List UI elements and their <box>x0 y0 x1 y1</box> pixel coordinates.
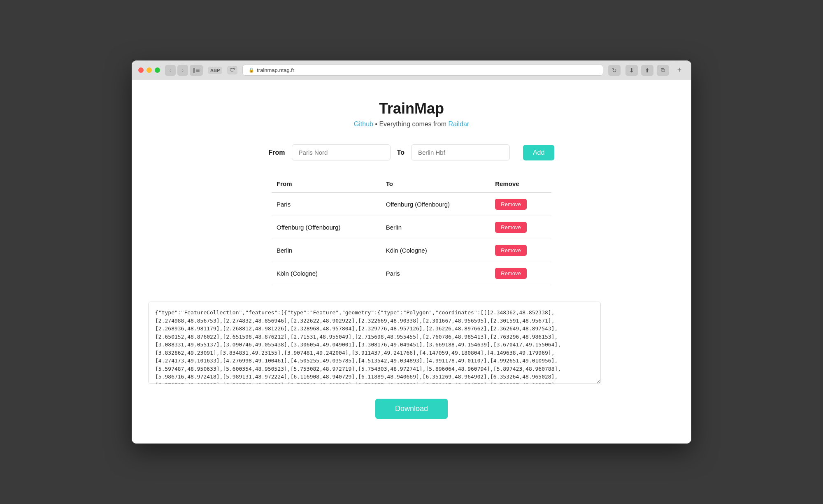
col-to: To <box>381 177 491 193</box>
col-from: From <box>272 177 381 193</box>
from-cell: Offenburg (Offenbourg) <box>272 216 381 239</box>
add-button[interactable]: Add <box>523 145 554 160</box>
back-button[interactable]: ‹ <box>165 65 176 76</box>
download-section: Download <box>148 399 675 419</box>
remove-cell: Remove <box>490 262 551 285</box>
from-cell: Köln (Cologne) <box>272 262 381 285</box>
add-tab-button[interactable]: + <box>674 65 685 76</box>
browser-titlebar: ‹ › ABP 🛡 🔒 trainmap.ntag.fr ↻ ⬇ ⬆ ⧉ + <box>132 60 691 80</box>
from-label: From <box>269 149 285 156</box>
url-bar[interactable]: 🔒 trainmap.ntag.fr <box>242 65 603 76</box>
extensions-button[interactable]: ⧉ <box>657 65 669 76</box>
traffic-lights <box>138 67 160 73</box>
download-button[interactable]: Download <box>375 399 448 419</box>
to-cell: Paris <box>381 262 491 285</box>
shield-button[interactable]: 🛡 <box>227 66 237 74</box>
minimize-button[interactable] <box>146 67 152 73</box>
svg-rect-1 <box>196 69 200 70</box>
table-row: Offenburg (Offenbourg) Berlin Remove <box>272 216 551 239</box>
share-button[interactable]: ⬆ <box>641 65 653 76</box>
route-table: From To Remove Paris Offenburg (Offenbou… <box>272 177 551 285</box>
subtitle-separator: • Everything comes from <box>373 121 449 128</box>
download-indicator[interactable]: ⬇ <box>625 65 638 76</box>
subtitle: Github • Everything comes from Raildar <box>148 121 675 128</box>
svg-rect-2 <box>196 70 200 71</box>
github-link[interactable]: Github <box>354 121 373 128</box>
from-input[interactable] <box>292 144 391 160</box>
browser-nav: ‹ › <box>165 65 203 76</box>
to-cell: Offenburg (Offenbourg) <box>381 193 491 216</box>
remove-cell: Remove <box>490 239 551 262</box>
page-title: TrainMap <box>148 100 675 117</box>
remove-button[interactable]: Remove <box>495 199 526 210</box>
remove-button[interactable]: Remove <box>495 268 526 279</box>
to-cell: Köln (Cologne) <box>381 239 491 262</box>
to-label: To <box>397 149 405 156</box>
sidebar-button[interactable] <box>190 65 203 76</box>
to-cell: Berlin <box>381 216 491 239</box>
forward-button[interactable]: › <box>177 65 188 76</box>
table-row: Paris Offenburg (Offenbourg) Remove <box>272 193 551 216</box>
geojson-textarea[interactable] <box>148 302 601 384</box>
remove-cell: Remove <box>490 216 551 239</box>
table-row: Berlin Köln (Cologne) Remove <box>272 239 551 262</box>
remove-cell: Remove <box>490 193 551 216</box>
raildar-link[interactable]: Raildar <box>449 121 470 128</box>
from-cell: Berlin <box>272 239 381 262</box>
fullscreen-button[interactable] <box>155 67 160 73</box>
col-remove: Remove <box>490 177 551 193</box>
url-text: trainmap.ntag.fr <box>257 67 294 73</box>
browser-window: ‹ › ABP 🛡 🔒 trainmap.ntag.fr ↻ ⬇ ⬆ ⧉ + <box>132 60 691 444</box>
close-button[interactable] <box>138 67 144 73</box>
lock-icon: 🔒 <box>249 67 254 73</box>
svg-rect-0 <box>193 68 195 73</box>
browser-content: TrainMap Github • Everything comes from … <box>132 80 691 444</box>
to-input[interactable] <box>411 144 510 160</box>
remove-button[interactable]: Remove <box>495 222 526 233</box>
adblock-button[interactable]: ABP <box>208 67 222 74</box>
remove-button[interactable]: Remove <box>495 245 526 256</box>
refresh-button[interactable]: ↻ <box>608 65 621 76</box>
browser-actions: ⬇ ⬆ ⧉ <box>625 65 669 76</box>
svg-rect-3 <box>196 71 200 72</box>
form-row: From To Add <box>148 144 675 160</box>
from-cell: Paris <box>272 193 381 216</box>
table-row: Köln (Cologne) Paris Remove <box>272 262 551 285</box>
